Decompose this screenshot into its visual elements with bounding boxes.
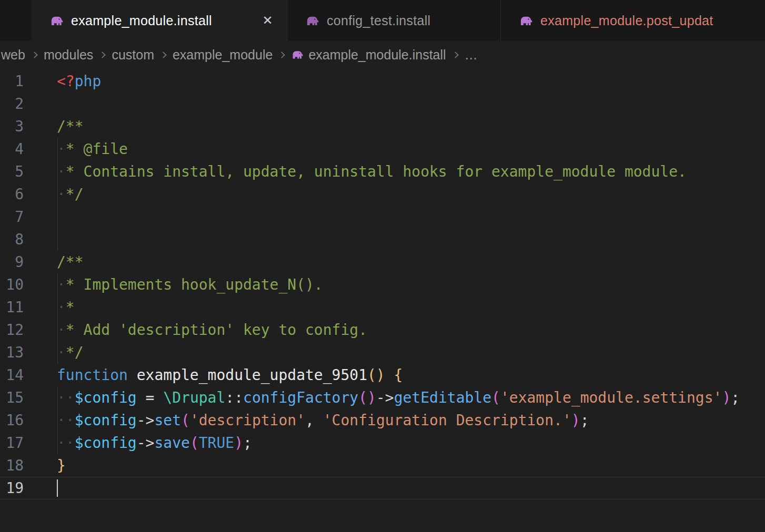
code-line: 12·* Add 'description' key to config. — [0, 319, 765, 341]
code-line: 19 — [0, 477, 765, 499]
code-line-text[interactable]: ··$config = \Drupal::configFactory()->ge… — [24, 386, 740, 409]
code-line-text[interactable] — [24, 228, 57, 251]
tab-bar-spacer — [0, 0, 32, 41]
code-line-text[interactable]: function example_module_update_9501() { — [24, 364, 402, 386]
line-number: 1 — [0, 70, 24, 93]
code-line-text[interactable]: ·* Contains install, update, uninstall h… — [24, 160, 687, 183]
code-token: save — [154, 434, 189, 452]
code-token: () — [367, 366, 385, 384]
tab-config_test.install[interactable]: config_test.install — [287, 0, 501, 41]
code-line-text[interactable]: ·* @file — [24, 138, 128, 160]
code-line: 6·*/ — [0, 183, 765, 206]
code-token: /** — [57, 118, 84, 135]
code-line-text[interactable]: /** — [24, 251, 84, 273]
line-number: 15 — [0, 386, 24, 409]
code-line: 18} — [0, 454, 765, 477]
line-number: 10 — [0, 273, 24, 296]
close-icon[interactable]: ✕ — [263, 14, 273, 27]
code-token: example_module_update_9501 — [137, 366, 367, 384]
line-number: 17 — [0, 432, 24, 454]
code-token: php — [75, 73, 102, 90]
code-token — [128, 366, 137, 384]
tab-bar-container: example_module.install✕config_test.insta… — [0, 0, 765, 41]
breadcrumb-item-label: example_module.install — [308, 47, 446, 63]
code-token: :: — [225, 389, 243, 406]
code-token: $config — [75, 412, 137, 429]
breadcrumb-item-label: web — [1, 47, 25, 63]
code-line-text[interactable]: ··$config->set('description', 'Configura… — [24, 409, 589, 432]
line-number: 2 — [0, 93, 24, 115]
code-line: 4·* @file — [0, 138, 765, 160]
code-line-text[interactable] — [24, 93, 57, 115]
code-line-text[interactable]: <?php — [24, 70, 101, 93]
code-token: ·· — [57, 389, 75, 406]
php-elephant-icon — [519, 14, 533, 28]
code-line: 8 — [0, 228, 765, 251]
chevron-right-icon — [279, 52, 286, 58]
line-number: 4 — [0, 138, 24, 160]
code-token: } — [57, 457, 66, 474]
editor[interactable]: 1<?php23/**4·* @file5·* Contains install… — [0, 68, 765, 499]
code-token: * Implements hook_update_N(). — [66, 276, 323, 293]
code-line-text[interactable]: ·* Implements hook_update_N(). — [24, 273, 323, 296]
line-number: 3 — [0, 115, 24, 138]
code-line-text[interactable]: ··$config->save(TRUE); — [24, 432, 252, 454]
code-line-text[interactable]: ·* Add 'description' key to config. — [24, 319, 367, 341]
code-token: /** — [57, 253, 84, 271]
code-token: * @file — [66, 140, 128, 158]
tab-example_module.post_updat[interactable]: example_module.post_updat — [501, 0, 765, 41]
chevron-right-icon — [452, 52, 459, 58]
breadcrumb-item[interactable]: custom — [112, 47, 154, 63]
code-line-text[interactable] — [24, 206, 57, 228]
code-token: ( — [190, 434, 199, 452]
breadcrumb-item[interactable]: … — [465, 47, 478, 63]
code-line-text[interactable]: ·*/ — [24, 183, 84, 206]
code-token: · — [57, 276, 66, 293]
code-token: ; — [731, 389, 740, 406]
code-token: 'Configuration Description.' — [323, 412, 571, 429]
chevron-right-icon — [160, 52, 167, 58]
line-number: 14 — [0, 364, 24, 386]
code-line: 13·*/ — [0, 341, 765, 364]
line-number: 7 — [0, 206, 24, 228]
code-token: 'example_module.settings' — [500, 389, 722, 406]
line-number: 18 — [0, 454, 24, 477]
code-token: ·· — [57, 434, 75, 452]
code-token: $config — [75, 389, 137, 406]
tab-example_module.install[interactable]: example_module.install✕ — [32, 0, 287, 41]
breadcrumb-item[interactable]: modules — [44, 47, 94, 63]
code-line: 10·* Implements hook_update_N(). — [0, 273, 765, 296]
breadcrumb: webmodulescustomexample_moduleexample_mo… — [0, 41, 765, 68]
code-token: · — [57, 186, 66, 203]
code-token: <? — [57, 73, 75, 90]
code-line-text[interactable]: } — [24, 454, 66, 477]
code-line: 17··$config->save(TRUE); — [0, 432, 765, 454]
code-line-text[interactable]: ·*/ — [24, 341, 84, 364]
code-line: 3/** — [0, 115, 765, 138]
code-token: · — [57, 299, 66, 316]
code-token: -> — [137, 412, 155, 429]
code-line-text[interactable] — [24, 477, 57, 499]
breadcrumb-item[interactable]: example_module — [173, 47, 273, 63]
code-token: ·· — [57, 412, 75, 429]
code-token: -> — [376, 389, 394, 406]
code-token: ) — [234, 434, 243, 452]
code-token: */ — [66, 186, 84, 203]
tab-label: config_test.install — [327, 13, 487, 28]
code-line: 1<?php — [0, 70, 765, 93]
code-line: 14function example_module_update_9501() … — [0, 364, 765, 386]
line-number: 5 — [0, 160, 24, 183]
code-token: * Contains install, update, uninstall ho… — [66, 163, 687, 180]
code-token: -> — [137, 434, 155, 452]
breadcrumb-item-label: modules — [44, 47, 94, 63]
tab-label: example_module.post_updat — [540, 13, 751, 28]
line-number: 8 — [0, 228, 24, 251]
line-number: 11 — [0, 296, 24, 319]
code-line-text[interactable]: /** — [24, 115, 84, 138]
code-line-text[interactable]: ·* — [24, 296, 75, 319]
chevron-right-icon — [31, 52, 38, 58]
code-token: = — [137, 389, 164, 406]
breadcrumb-item[interactable]: example_module.install — [291, 47, 446, 63]
breadcrumb-item[interactable]: web — [1, 47, 25, 63]
code-token: ; — [580, 412, 589, 429]
